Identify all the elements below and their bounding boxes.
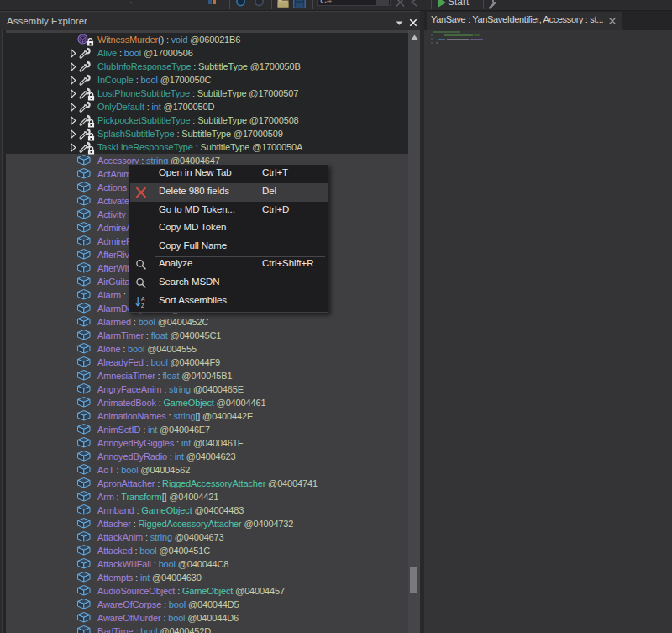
svg-text:Z: Z (141, 302, 144, 308)
svg-text:A: A (141, 296, 145, 302)
